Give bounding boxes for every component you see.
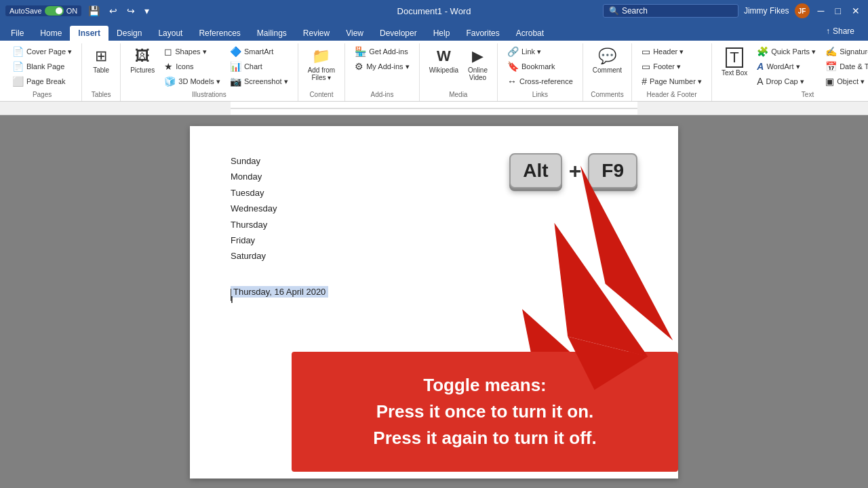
list-item: Wednesday [231, 201, 637, 216]
chart-button[interactable]: 📊 Chart [226, 60, 292, 73]
tab-mailings[interactable]: Mailings [249, 26, 295, 41]
user-name: Jimmy Fikes [744, 6, 789, 16]
quick-parts-icon: 🧩 [757, 46, 768, 57]
autosave-badge: AutoSave ON [5, 5, 81, 16]
tab-home[interactable]: Home [32, 26, 70, 41]
tab-review[interactable]: Review [295, 26, 338, 41]
bookmark-button[interactable]: 🔖 Bookmark [503, 60, 577, 73]
tab-insert[interactable]: Insert [70, 26, 108, 41]
list-item: Thursday [231, 217, 637, 232]
ribbon-group-comments: 💬 Comment Comments [583, 43, 632, 101]
icons-button[interactable]: ★ Icons [160, 60, 224, 73]
pictures-button[interactable]: 🖼 Pictures [126, 45, 159, 77]
bookmark-icon: 🔖 [507, 61, 519, 72]
tables-group-label: Tables [87, 88, 115, 100]
footer-button[interactable]: ▭ Footer ▾ [637, 60, 706, 73]
search-bar[interactable]: 🔍 Search [603, 4, 738, 18]
comments-group-label: Comments [589, 88, 626, 100]
tables-buttons: ⊞ Table [87, 45, 115, 77]
window-maximize-button[interactable]: □ [833, 4, 844, 18]
shapes-button[interactable]: ◻ Shapes ▾ [160, 45, 224, 58]
signature-line-button[interactable]: ✍ Signature Line ▾ [821, 45, 868, 58]
link-button[interactable]: 🔗 Link ▾ [503, 45, 577, 58]
chart-icon: 📊 [230, 61, 241, 72]
object-button[interactable]: ▣ Object ▾ [821, 75, 868, 88]
smartart-icon: 🔷 [230, 46, 241, 57]
ribbon-group-addins: 🏪 Get Add-ins ⚙ My Add-ins ▾ Add-ins [345, 43, 419, 101]
get-add-ins-icon: 🏪 [355, 46, 366, 57]
ribbon-group-media: W Wikipedia ▶ OnlineVideo Media [420, 43, 498, 101]
title-bar-right: 🔍 Search Jimmy Fikes JF ─ □ ✕ [603, 3, 863, 18]
comment-button[interactable]: 💬 Comment [589, 45, 626, 77]
wikipedia-button[interactable]: W Wikipedia [425, 45, 462, 77]
tab-acrobat[interactable]: Acrobat [508, 26, 552, 41]
document-page[interactable]: Alt + F9 Sunday Monday Tuesday Wednesday… [190, 126, 678, 479]
tab-file[interactable]: File [3, 26, 32, 41]
page-break-button[interactable]: ⬜ Page Break [8, 75, 76, 88]
header-footer-buttons: ▭ Header ▾ ▭ Footer ▾ # Page Number ▾ [637, 45, 706, 88]
ruler [0, 102, 868, 115]
blank-page-button[interactable]: 📄 Blank Page [8, 60, 76, 73]
key-combo-display: Alt + F9 [509, 153, 637, 188]
quick-parts-button[interactable]: 🧩 Quick Parts ▾ [753, 45, 820, 58]
link-icon: 🔗 [507, 46, 519, 57]
online-video-button[interactable]: ▶ OnlineVideo [464, 45, 492, 84]
screenshot-button[interactable]: 📷 Screenshot ▾ [226, 75, 292, 88]
title-bar: AutoSave ON 💾 ↩ ↪ ▾ Document1 - Word 🔍 S… [0, 0, 868, 22]
page-number-button[interactable]: # Page Number ▾ [637, 75, 706, 88]
callout-line1: Toggle means: [316, 372, 654, 399]
f9-key: F9 [588, 153, 637, 188]
page-break-icon: ⬜ [12, 76, 24, 87]
object-icon: ▣ [825, 76, 834, 87]
share-button[interactable]: ↑ Share [818, 24, 863, 39]
date-time-icon: 📅 [825, 61, 837, 72]
redo-button[interactable]: ↪ [124, 4, 138, 18]
illustrations-buttons: 🖼 Pictures ◻ Shapes ▾ ★ Icons 🧊 3D Model… [126, 45, 292, 88]
drop-cap-button[interactable]: A Drop Cap ▾ [753, 75, 820, 88]
media-group-label: Media [425, 88, 492, 100]
comments-buttons: 💬 Comment [589, 45, 626, 77]
autosave-toggle[interactable] [45, 6, 64, 16]
document-area[interactable]: Alt + F9 Sunday Monday Tuesday Wednesday… [0, 115, 868, 488]
ribbon-tabs: File Home Insert Design Layout Reference… [0, 22, 868, 41]
add-from-files-button[interactable]: 📁 Add fromFiles ▾ [304, 45, 340, 84]
illustrations-group-label: Illustrations [126, 88, 292, 100]
undo-button[interactable]: ↩ [106, 4, 120, 18]
page-number-icon: # [642, 76, 647, 87]
tab-design[interactable]: Design [108, 26, 150, 41]
window-close-button[interactable]: ✕ [849, 4, 863, 18]
table-icon: ⊞ [95, 47, 107, 65]
smartart-button[interactable]: 🔷 SmartArt [226, 45, 292, 58]
tab-view[interactable]: View [338, 26, 372, 41]
text-box-button[interactable]: T Text Box [717, 45, 751, 79]
get-add-ins-button[interactable]: 🏪 Get Add-ins [351, 45, 413, 58]
wordart-button[interactable]: A WordArt ▾ [753, 60, 820, 73]
title-bar-left: AutoSave ON 💾 ↩ ↪ ▾ [5, 4, 152, 18]
date-time-button[interactable]: 📅 Date & Time [821, 60, 868, 73]
tab-layout[interactable]: Layout [150, 26, 191, 41]
my-add-ins-button[interactable]: ⚙ My Add-ins ▾ [351, 60, 413, 73]
ribbon-group-content: 📁 Add fromFiles ▾ Content [298, 43, 346, 101]
cover-page-icon: 📄 [12, 46, 24, 57]
date-field: Thursday, 16 April 2020 [231, 275, 637, 298]
addins-group-label: Add-ins [351, 88, 413, 100]
save-button[interactable]: 💾 [85, 4, 102, 18]
online-video-icon: ▶ [472, 47, 484, 65]
drop-cap-icon: A [757, 76, 763, 87]
tab-favorites[interactable]: Favorites [458, 26, 507, 41]
tab-references[interactable]: References [191, 26, 248, 41]
more-commands-button[interactable]: ▾ [142, 4, 152, 18]
comment-icon: 💬 [598, 47, 616, 65]
header-button[interactable]: ▭ Header ▾ [637, 45, 706, 58]
3d-models-button[interactable]: 🧊 3D Models ▾ [160, 75, 224, 88]
tab-help[interactable]: Help [425, 26, 458, 41]
window-minimize-button[interactable]: ─ [815, 4, 827, 18]
table-button[interactable]: ⊞ Table [87, 45, 115, 77]
cover-page-button[interactable]: 📄 Cover Page ▾ [8, 45, 76, 58]
icons-icon: ★ [164, 61, 173, 72]
header-footer-group-label: Header & Footer [637, 88, 706, 100]
tab-developer[interactable]: Developer [372, 26, 425, 41]
screenshot-icon: 📷 [230, 76, 241, 87]
links-buttons: 🔗 Link ▾ 🔖 Bookmark ↔ Cross-reference [503, 45, 577, 88]
cross-reference-button[interactable]: ↔ Cross-reference [503, 75, 577, 88]
